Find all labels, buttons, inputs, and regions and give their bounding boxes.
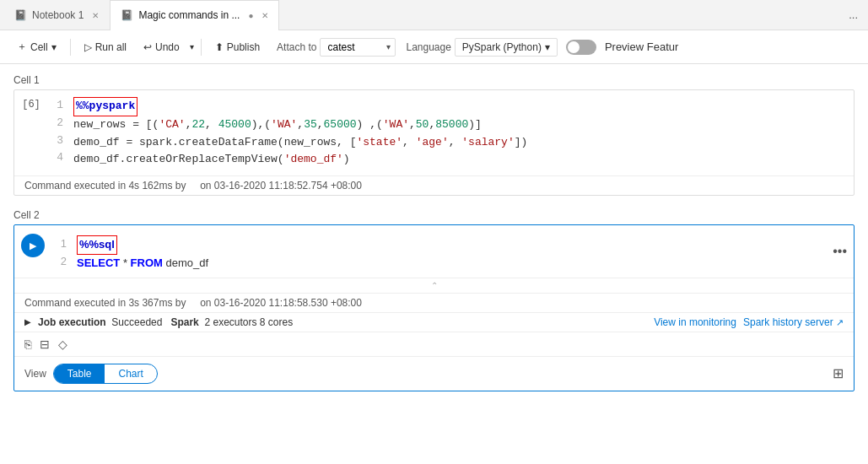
- cell-2-label: Cell 2: [13, 209, 855, 221]
- job-text: Job execution Succeeded Spark 2 executor…: [38, 316, 293, 328]
- cell-2-line-numbers: 1 2: [51, 230, 77, 271]
- job-toolbar: ▶ Job execution Succeeded Spark 2 execut…: [14, 313, 854, 332]
- external-link-icon: ↗: [836, 317, 844, 327]
- cell-1-status-date: on 03-16-2020 11:18:52.754 +08:00: [200, 180, 362, 192]
- table-view-button[interactable]: Table: [54, 364, 105, 383]
- run-all-button[interactable]: ▷ Run all: [78, 38, 133, 57]
- cell-1-line-numbers: 1 2 3 4: [48, 97, 73, 169]
- cell-1: Cell 1 [6] 1 2 3 4 %%pyspark new_rows = …: [13, 74, 855, 196]
- export-icon[interactable]: ⊞: [833, 365, 844, 381]
- cell-2-code-lines[interactable]: %%sql SELECT * FROM demo_df: [77, 230, 833, 272]
- code-line-3: demo_df = spark.createDataFrame(new_rows…: [73, 134, 854, 152]
- spark-history-link[interactable]: Spark history server ↗: [743, 316, 844, 328]
- view-label: View: [24, 368, 46, 380]
- cell-2-run-button[interactable]: ▶: [21, 234, 45, 257]
- tab-more-button[interactable]: ...: [842, 8, 865, 21]
- clear-icon[interactable]: ◇: [58, 337, 67, 351]
- job-play-icon: ▶: [24, 317, 31, 326]
- toolbar: ＋ Cell ▾ ▷ Run all ↩ Undo ▾ ⬆ Publish At…: [0, 30, 868, 64]
- spark-label: Spark: [170, 316, 198, 328]
- main-content: Cell 1 [6] 1 2 3 4 %%pyspark new_rows = …: [0, 64, 868, 464]
- filter-icon[interactable]: ⊟: [40, 337, 50, 351]
- publish-icon: ⬆: [215, 41, 224, 53]
- cell-2: Cell 2 ▶ 1 2 %%sql SELECT * FROM demo_df…: [13, 209, 855, 391]
- tab-magic-commands[interactable]: 📓 Magic commands in ... ● ✕: [110, 0, 279, 30]
- spark-history-text: Spark history server: [743, 316, 833, 328]
- job-links: View in monitoring Spark history server …: [654, 316, 844, 328]
- code-line-2: new_rows = [('CA',22, 45000),('WA',35,65…: [73, 116, 854, 134]
- cell-1-status-text: Command executed in 4s 162ms by: [24, 180, 186, 192]
- cell-1-exec-num: [6]: [14, 97, 48, 169]
- view-bar: View Table Chart ⊞: [14, 357, 854, 391]
- cell-2-more-button[interactable]: •••: [833, 244, 854, 259]
- cell-1-code-area: [6] 1 2 3 4 %%pyspark new_rows = [('CA',…: [14, 90, 854, 175]
- preview-feature-label: Preview Featur: [605, 40, 678, 53]
- tab-bar: 📓 Notebook 1 ✕ 📓 Magic commands in ... ●…: [0, 0, 868, 30]
- job-status: Succeeded: [111, 316, 162, 328]
- language-chevron-icon: ▾: [545, 41, 550, 53]
- job-executors: 2 executors 8 cores: [204, 316, 293, 328]
- code-line-4: demo_df.createOrReplaceTempView('demo_df…: [73, 151, 854, 169]
- undo-button[interactable]: ↩ Undo: [137, 38, 186, 57]
- undo-icon: ↩: [143, 41, 152, 53]
- plus-icon: ＋: [17, 40, 27, 54]
- sep1: [70, 39, 71, 56]
- cell-2-content: ▶ 1 2 %%sql SELECT * FROM demo_df ••• ⌃ …: [13, 224, 855, 391]
- cell-1-status: Command executed in 4s 162ms by on 03-16…: [14, 175, 854, 195]
- cell-2-code-area: ▶ 1 2 %%sql SELECT * FROM demo_df •••: [14, 225, 854, 278]
- notebook2-icon: 📓: [121, 9, 133, 21]
- cell-1-status-by: [189, 180, 200, 192]
- tab-magic-x[interactable]: ✕: [261, 11, 268, 20]
- tab-magic-close[interactable]: ●: [248, 11, 253, 20]
- tab-notebook1-label: Notebook 1: [32, 9, 84, 21]
- tab-notebook1-close[interactable]: ✕: [92, 11, 99, 20]
- undo-chevron-icon: ▾: [190, 42, 194, 51]
- view-toggle: Table Chart: [53, 364, 158, 384]
- preview-toggle[interactable]: [566, 40, 596, 55]
- run-all-label: Run all: [95, 41, 127, 53]
- cell-label: Cell: [30, 41, 48, 53]
- language-label: Language: [406, 41, 450, 53]
- cell-2-status-text: Command executed in 3s 367ms by: [24, 297, 186, 309]
- sql-line-1: %%sql: [77, 235, 833, 255]
- cell-button[interactable]: ＋ Cell ▾: [10, 36, 63, 57]
- cell-2-status: Command executed in 3s 367ms by on 03-16…: [14, 293, 854, 312]
- attach-to-label: Attach to: [277, 41, 316, 53]
- cell-2-output: ▶ Job execution Succeeded Spark 2 execut…: [14, 312, 854, 391]
- sql-line-2: SELECT * FROM demo_df: [77, 255, 833, 272]
- publish-button[interactable]: ⬆ Publish: [208, 38, 267, 57]
- chart-view-button[interactable]: Chart: [105, 364, 156, 383]
- publish-label: Publish: [227, 41, 260, 53]
- undo-label: Undo: [155, 41, 180, 53]
- view-monitoring-link[interactable]: View in monitoring: [654, 316, 736, 328]
- cell-2-collapse[interactable]: ⌃: [14, 278, 854, 293]
- sep2: [201, 39, 202, 56]
- tab-magic-label: Magic commands in ...: [138, 9, 240, 21]
- cell-chevron-icon: ▾: [51, 41, 57, 53]
- output-icons-row: ⎘ ⊟ ◇: [14, 332, 854, 357]
- cell-2-status-date: on 03-16-2020 11:18:58.530 +08:00: [200, 297, 362, 309]
- copy-icon[interactable]: ⎘: [24, 337, 31, 351]
- cell-1-label: Cell 1: [13, 74, 855, 86]
- cell-1-code-lines[interactable]: %%pyspark new_rows = [('CA',22, 45000),(…: [73, 97, 854, 169]
- attach-to-select[interactable]: catest: [320, 38, 396, 57]
- job-label: Job execution: [38, 316, 106, 328]
- cell-1-content: [6] 1 2 3 4 %%pyspark new_rows = [('CA',…: [13, 89, 855, 196]
- notebook-icon: 📓: [14, 9, 27, 21]
- run-icon: ▷: [84, 41, 92, 53]
- language-value: PySpark (Python): [462, 41, 542, 53]
- attach-to-wrapper[interactable]: catest: [320, 38, 396, 57]
- language-button[interactable]: PySpark (Python) ▾: [455, 38, 558, 57]
- code-line-1: %%pyspark: [73, 97, 854, 116]
- tab-notebook1[interactable]: 📓 Notebook 1 ✕: [3, 0, 110, 30]
- cell-2-status-spacer: [189, 297, 200, 309]
